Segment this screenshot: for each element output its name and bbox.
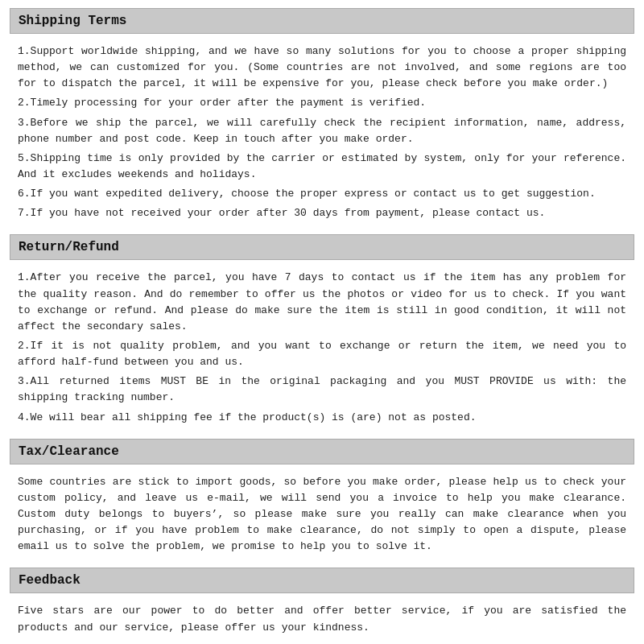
paragraph-shipping-terms-5: 7.If you have not received your order af… — [18, 205, 626, 221]
section-feedback: FeedbackFive stars are our power to do b… — [10, 568, 634, 644]
section-title-shipping-terms: Shipping Terms — [19, 14, 625, 28]
section-header-shipping-terms: Shipping Terms — [10, 8, 634, 34]
paragraph-tax-clearance-0: Some countries are stick to import goods… — [18, 474, 626, 555]
section-body-return-refund: 1.After you receive the parcel, you have… — [10, 266, 634, 438]
paragraph-return-refund-0: 1.After you receive the parcel, you have… — [18, 270, 626, 335]
section-header-feedback: Feedback — [10, 568, 634, 593]
section-shipping-terms: Shipping Terms1.Support worldwide shippi… — [10, 8, 634, 234]
paragraph-shipping-terms-1: 2.Timely processing for your order after… — [18, 95, 626, 111]
paragraph-return-refund-2: 3.All returned items MUST BE in the orig… — [18, 374, 626, 406]
paragraph-shipping-terms-4: 6.If you want expedited delivery, choose… — [18, 186, 626, 202]
section-tax-clearance: Tax/ClearanceSome countries are stick to… — [10, 439, 634, 568]
section-body-tax-clearance: Some countries are stick to import goods… — [10, 471, 634, 568]
section-header-return-refund: Return/Refund — [10, 234, 634, 260]
paragraph-shipping-terms-3: 5.Shipping time is only provided by the … — [18, 151, 626, 183]
paragraph-shipping-terms-2: 3.Before we ship the parcel, we will car… — [18, 115, 626, 147]
page-container: Shipping Terms1.Support worldwide shippi… — [0, 0, 644, 644]
paragraph-feedback-0: Five stars are our power to do better an… — [18, 603, 626, 635]
section-title-return-refund: Return/Refund — [19, 240, 625, 254]
paragraph-return-refund-3: 4.We will bear all shipping fee if the p… — [18, 410, 626, 426]
section-title-tax-clearance: Tax/Clearance — [19, 444, 625, 459]
section-body-feedback: Five stars are our power to do better an… — [10, 600, 634, 644]
paragraph-return-refund-1: 2.If it is not quality problem, and you … — [18, 338, 626, 370]
section-body-shipping-terms: 1.Support worldwide shipping, and we hav… — [10, 40, 634, 234]
paragraph-shipping-terms-0: 1.Support worldwide shipping, and we hav… — [18, 43, 626, 92]
section-header-tax-clearance: Tax/Clearance — [10, 439, 634, 464]
section-title-feedback: Feedback — [19, 573, 625, 588]
section-return-refund: Return/Refund1.After you receive the par… — [10, 234, 634, 438]
